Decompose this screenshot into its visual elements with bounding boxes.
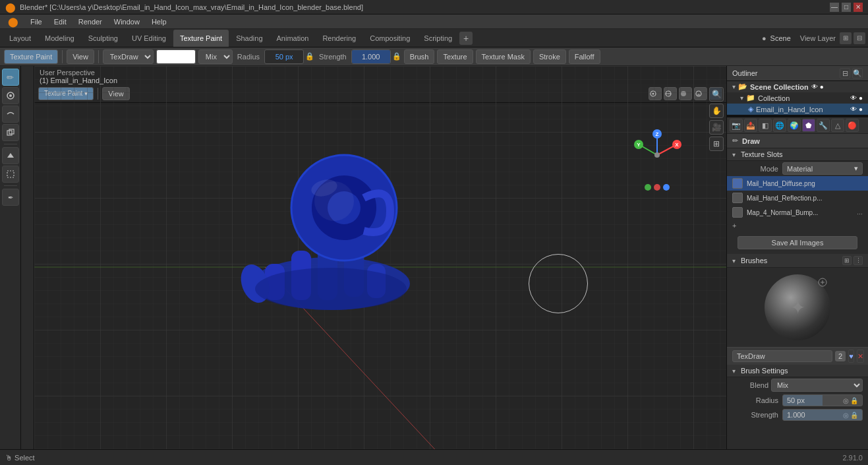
radius-pressure-icon[interactable]: ◎ <box>843 397 849 404</box>
texture-item-0[interactable]: Mail_Hand_Diffuse.png <box>727 176 868 191</box>
tool-draw[interactable]: ✏ <box>2 69 19 86</box>
tool-smear[interactable] <box>2 106 19 123</box>
tab-modeling[interactable]: Modeling <box>38 30 81 47</box>
tab-layout[interactable]: Layout <box>3 30 38 47</box>
prop-scene-btn[interactable]: 🌐 <box>773 119 786 132</box>
zoom-in-btn[interactable]: 🔍 <box>709 87 724 102</box>
3d-model <box>219 132 463 310</box>
blend-select[interactable]: Mix <box>198 49 233 64</box>
prop-view-btn[interactable]: ◧ <box>759 119 772 132</box>
maximize-button[interactable]: □ <box>842 3 851 12</box>
texture-slots-header[interactable]: ▾ Texture Slots <box>727 148 868 161</box>
texture-item-2[interactable]: Map_4_Normal_Bump... … <box>727 205 868 220</box>
svg-text:Z: Z <box>656 131 659 137</box>
texture-button[interactable]: Texture <box>437 49 473 64</box>
scene-properties-button[interactable]: ⊞ <box>840 32 852 44</box>
brush-fav-btn[interactable]: ♥ <box>848 350 854 363</box>
collection-camera[interactable]: ● <box>859 94 863 102</box>
texture-item-1[interactable]: Mail_Hand_Reflection.p... <box>727 191 868 205</box>
outliner-filter-btn[interactable]: ⊟ <box>840 68 850 78</box>
save-all-images-btn[interactable]: Save All Images <box>738 236 857 249</box>
tool-draw-sharp[interactable]: ✒ <box>2 189 19 206</box>
color-picker[interactable] <box>156 49 196 64</box>
window-title: Blender* [C:\Users\a y\Desktop\Email_in_… <box>20 3 363 11</box>
prop-render-btn[interactable]: 📷 <box>730 119 743 132</box>
scene-collection-camera[interactable]: ● <box>820 83 824 90</box>
menu-edit[interactable]: Edit <box>49 16 72 27</box>
prop-material-btn[interactable]: 🔴 <box>846 119 859 132</box>
add-workspace-button[interactable]: + <box>459 32 473 45</box>
radius-lock-icon[interactable]: 🔒 <box>305 52 314 61</box>
tab-sculpting[interactable]: Sculpting <box>82 30 125 47</box>
radius-label: Radius <box>235 53 262 61</box>
menu-help[interactable]: Help <box>146 16 172 27</box>
add-texture-btn[interactable]: + <box>727 220 868 232</box>
viewport[interactable]: Texture Paint ▾ View <box>34 66 726 449</box>
object-eye[interactable]: 👁 <box>850 106 857 113</box>
brush-settings-button[interactable]: Brush <box>404 49 435 64</box>
outliner-search-btn[interactable]: 🔍 <box>852 68 863 78</box>
brush-preview-icon <box>817 277 828 289</box>
menu-render[interactable]: Render <box>73 16 107 27</box>
menu-window[interactable]: Window <box>109 16 145 27</box>
strength-field[interactable]: 1.000 ◎ 🔒 <box>782 409 863 421</box>
scene-collection-eye[interactable]: 👁 <box>811 83 818 90</box>
radius-field[interactable]: 50 px ◎ 🔒 <box>782 394 863 406</box>
brush-icon: ✦ <box>790 297 805 319</box>
texture-name-1: Mail_Hand_Reflection.p... <box>747 195 863 202</box>
falloff-button[interactable]: Falloff <box>569 49 600 64</box>
pan-btn[interactable]: ✋ <box>709 104 724 118</box>
svg-text:X: X <box>675 142 679 148</box>
radius-value[interactable]: 50 px <box>264 49 304 64</box>
constraint-btn[interactable]: ⊞ <box>709 137 724 151</box>
menu-file[interactable]: File <box>25 16 47 27</box>
close-button[interactable]: ✕ <box>854 3 863 12</box>
brush-select[interactable]: TexDraw <box>103 49 154 64</box>
outliner-object[interactable]: ◈ Email_in_Hand_Icon 👁 ● <box>727 104 868 115</box>
strength-row: Strength 1.000 ◎ 🔒 <box>727 408 868 422</box>
brush-name-input[interactable] <box>732 350 832 362</box>
properties-icon-header: 📷 📤 ◧ 🌐 🌍 ⬟ 🔧 △ 🔴 <box>727 117 868 134</box>
strength-lock-icon[interactable]: 🔒 <box>392 52 401 61</box>
menu-blender[interactable]: ⬤ <box>3 15 24 28</box>
prop-data-btn[interactable]: △ <box>831 119 844 132</box>
view-button[interactable]: View <box>67 49 94 64</box>
tab-shading[interactable]: Shading <box>229 30 269 47</box>
tool-soften[interactable] <box>2 87 19 104</box>
strength-value[interactable]: 1.000 <box>351 49 391 64</box>
texture-mask-button[interactable]: Texture Mask <box>476 49 531 64</box>
toolbar-sep-1 <box>62 50 63 63</box>
collection-eye[interactable]: 👁 <box>850 94 857 102</box>
blend-select-props[interactable]: Mix <box>771 379 863 392</box>
outliner-scene-collection[interactable]: ▾ 📂 Scene Collection 👁 ● <box>727 81 868 92</box>
mode-select[interactable]: Texture Paint <box>4 49 58 64</box>
radius-lock-props[interactable]: 🔒 <box>850 397 858 404</box>
prop-output-btn[interactable]: 📤 <box>744 119 757 132</box>
prop-world-btn[interactable]: 🌍 <box>788 119 801 132</box>
brushes-header[interactable]: ▾ Brushes ⊞ ⋮ <box>727 254 868 268</box>
tab-texture-paint[interactable]: Texture Paint <box>173 30 229 47</box>
tool-clone[interactable] <box>2 124 19 141</box>
save-all-row: Save All Images <box>727 232 868 254</box>
brushes-expand-btn[interactable]: ⊞ <box>842 256 852 265</box>
tool-mask[interactable] <box>2 166 19 183</box>
brushes-options-btn[interactable]: ⋮ <box>854 256 863 265</box>
prop-object-btn[interactable]: ⬟ <box>802 119 815 132</box>
outliner-collection[interactable]: ▾ 📁 Collection 👁 ● <box>735 92 868 104</box>
render-properties-button[interactable]: ⊟ <box>854 32 865 44</box>
tab-rendering[interactable]: Rendering <box>316 30 362 47</box>
minimize-button[interactable]: — <box>830 3 839 12</box>
prop-modifier-btn[interactable]: 🔧 <box>817 119 830 132</box>
brush-delete-btn[interactable]: ✕ <box>857 350 864 363</box>
mode-value[interactable]: Material ▾ <box>782 162 863 175</box>
tab-scripting[interactable]: Scripting <box>417 30 459 47</box>
brush-name-row: 2 ♥ ✕ <box>727 347 868 365</box>
brush-settings-header[interactable]: ▾ Brush Settings <box>727 365 868 377</box>
tab-uv-editing[interactable]: UV Editing <box>125 30 173 47</box>
tab-compositing[interactable]: Compositing <box>363 30 417 47</box>
object-camera[interactable]: ● <box>859 106 863 113</box>
tab-animation[interactable]: Animation <box>270 30 316 47</box>
camera-btn[interactable]: 🎥 <box>709 120 724 135</box>
stroke-button[interactable]: Stroke <box>533 49 566 64</box>
tool-fill[interactable] <box>2 147 19 164</box>
